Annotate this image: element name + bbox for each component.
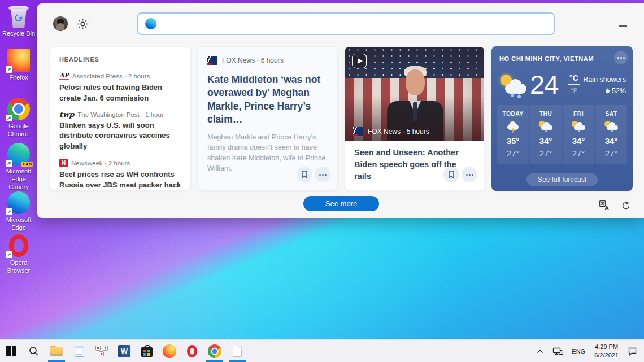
tray-show-hidden-icons[interactable] <box>533 340 547 362</box>
taskbar-microsoft-store[interactable] <box>136 340 158 362</box>
desktop-icon-recycle-bin[interactable]: Recycle Bin <box>1 5 37 38</box>
headline-text: Blinken says U.S. will soon distribute c… <box>59 120 181 151</box>
edge-icon: ↗ <box>7 191 31 215</box>
video-card[interactable]: FOX News · 5 hours Seen and Unseen: Anot… <box>345 46 485 191</box>
taskbar-word[interactable]: W <box>113 340 136 362</box>
document-icon <box>233 346 242 357</box>
taskbar-firefox[interactable] <box>158 340 181 362</box>
notepad-icon <box>75 346 84 357</box>
bookmark-button[interactable] <box>443 167 459 182</box>
ap-logo-icon: AP <box>59 72 69 80</box>
firefox-icon <box>163 344 176 358</box>
opera-icon: ↗ <box>7 234 31 258</box>
chrome-icon: ↗ <box>7 97 31 121</box>
desktop-wallpaper: Recycle Bin ↗ Firefox ↗ Google Chrome ↗C… <box>0 0 644 362</box>
ellipsis-icon <box>620 57 622 59</box>
ellipsis-icon <box>322 174 324 176</box>
high-temp: 34° <box>605 136 618 146</box>
tray-clock[interactable]: 4:29 PM 6/2/2021 <box>591 340 622 362</box>
shortcut-arrow-icon: ↗ <box>6 115 12 121</box>
video-source: FOX News · 5 hours <box>368 128 429 136</box>
desktop-icon-label: Firefox <box>9 74 28 82</box>
low-temp: 27° <box>539 149 552 158</box>
file-explorer-icon <box>50 346 63 356</box>
video-thumbnail[interactable]: FOX News · 5 hours <box>345 47 484 141</box>
headline-source: The Washington Post · 1 hour <box>77 111 163 118</box>
weather-location: HO CHI MINH CITY, VIETNAM <box>499 55 594 62</box>
headline-item-3[interactable]: N Newsweek · 2 hours Beef prices rise as… <box>59 159 181 190</box>
profile-avatar[interactable] <box>53 16 68 31</box>
desktop-icon-microsoft-edge[interactable]: ↗ Microsoft Edge <box>1 191 37 232</box>
shortcut-arrow-icon: ↗ <box>6 66 12 73</box>
firefox-icon: ↗ <box>7 49 31 72</box>
search-input[interactable] <box>162 14 554 34</box>
low-temp: 27° <box>572 149 585 158</box>
desktop-icon-firefox[interactable]: ↗ Firefox <box>1 49 37 82</box>
search-icon <box>28 346 40 357</box>
keyboard-keys-icon <box>95 346 108 356</box>
settings-button[interactable] <box>75 16 90 32</box>
high-temp: 34° <box>539 136 552 146</box>
more-options-button[interactable] <box>315 167 330 182</box>
bookmark-button[interactable] <box>297 167 312 182</box>
minimize-button[interactable] <box>615 20 630 32</box>
more-options-button[interactable] <box>462 167 477 182</box>
desktop-icon-label: Google Chrome <box>1 123 37 138</box>
tray-date: 6/2/2021 <box>594 351 619 359</box>
taskbar-document-app[interactable] <box>226 340 249 362</box>
headline-source: Newsweek · 2 hours <box>71 160 130 167</box>
desktop-icon-label: Opera Browser <box>1 259 37 275</box>
forecast-day: TODAY 35° 27° <box>497 105 529 164</box>
see-more-button[interactable]: See more <box>303 196 379 211</box>
low-temp: 27° <box>605 149 618 158</box>
chevron-up-icon <box>537 349 543 354</box>
headline-item-2[interactable]: twp The Washington Post · 1 hour Blinken… <box>59 111 181 151</box>
translate-button[interactable] <box>598 199 611 212</box>
headline-item-1[interactable]: AP Associated Press · 2 hours Pelosi rul… <box>59 72 181 103</box>
see-full-forecast-button[interactable]: See full forecast <box>526 173 598 186</box>
fox-news-logo-icon <box>207 56 217 65</box>
search-bar[interactable] <box>137 12 555 35</box>
unit-fahrenheit-toggle[interactable]: °F <box>568 87 580 94</box>
taskbar-search-button[interactable] <box>23 340 45 362</box>
headline-text: Beef prices rise as WH confronts Russia … <box>59 169 181 190</box>
taskbar-chrome[interactable] <box>203 340 226 362</box>
current-temperature: 24 <box>530 69 558 100</box>
headlines-title: HEADLINES <box>59 56 181 63</box>
high-temp: 35° <box>507 136 520 146</box>
unit-celsius-toggle[interactable]: °C <box>568 73 580 85</box>
tray-network-button[interactable] <box>549 340 566 362</box>
taskbar-input-app[interactable] <box>90 340 113 362</box>
taskbar-opera[interactable] <box>181 340 203 362</box>
low-temp: 27° <box>507 149 520 158</box>
taskbar-notepad[interactable] <box>68 340 90 362</box>
refresh-button[interactable] <box>619 199 633 212</box>
high-temp: 34° <box>572 136 585 146</box>
news-search-panel: HEADLINES AP Associated Press · 2 hours … <box>37 3 644 218</box>
tray-action-center-button[interactable] <box>624 340 641 362</box>
store-icon <box>141 347 153 357</box>
article-headline: Kate Middleton ‘was not overawed by’ Meg… <box>207 73 328 127</box>
article-card[interactable]: FOX News · 6 hours Kate Middleton ‘was n… <box>198 46 338 191</box>
desktop-icon-google-chrome[interactable]: ↗ Google Chrome <box>1 97 37 138</box>
opera-icon <box>187 345 197 357</box>
tray-language-switcher[interactable]: ENG <box>568 340 589 362</box>
ellipsis-icon <box>469 174 471 176</box>
bookmark-icon <box>448 171 455 178</box>
weather-card: HO CHI MINH CITY, VIETNAM 24 °C °F Rain … <box>491 46 633 191</box>
forecast-grid: TODAY 35° 27° THU 34° 27° FRI 34° <box>497 105 627 164</box>
word-icon: W <box>118 345 130 357</box>
network-icon <box>552 347 563 356</box>
precipitation-drop-icon <box>605 88 611 94</box>
start-button[interactable] <box>0 340 23 362</box>
sun-rain-icon <box>604 121 619 132</box>
weather-more-options-button[interactable] <box>614 51 628 64</box>
taskbar-file-explorer[interactable] <box>45 340 68 362</box>
action-center-icon <box>628 347 637 356</box>
shortcut-arrow-icon: ↗ <box>6 160 12 167</box>
desktop-icon-opera[interactable]: ↗ Opera Browser <box>1 234 37 275</box>
tray-time: 4:29 PM <box>594 343 619 351</box>
forecast-day: FRI 34° 27° <box>563 105 594 164</box>
desktop-icon-edge-canary[interactable]: ↗CAN Microsoft Edge Canary <box>1 142 37 191</box>
storm-icon <box>506 121 520 132</box>
